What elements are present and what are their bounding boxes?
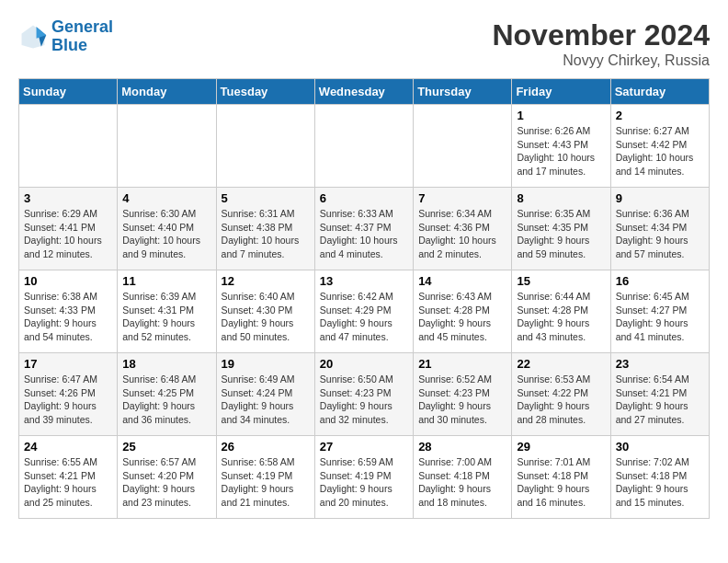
day-info: Sunrise: 6:50 AM Sunset: 4:23 PM Dayligh… <box>320 373 408 427</box>
day-info: Sunrise: 6:39 AM Sunset: 4:31 PM Dayligh… <box>122 290 210 344</box>
calendar-cell: 6Sunrise: 6:33 AM Sunset: 4:37 PM Daylig… <box>314 188 413 270</box>
day-info: Sunrise: 6:53 AM Sunset: 4:22 PM Dayligh… <box>517 373 605 427</box>
calendar-cell: 24Sunrise: 6:55 AM Sunset: 4:21 PM Dayli… <box>19 436 118 519</box>
weekday-header: Saturday <box>610 79 709 105</box>
calendar-cell: 19Sunrise: 6:49 AM Sunset: 4:24 PM Dayli… <box>216 353 314 436</box>
weekday-header: Friday <box>512 79 610 105</box>
day-number: 5 <box>222 191 310 205</box>
calendar-cell: 28Sunrise: 7:00 AM Sunset: 4:18 PM Dayli… <box>414 436 512 519</box>
calendar-cell: 1Sunrise: 6:26 AM Sunset: 4:43 PM Daylig… <box>512 105 610 188</box>
calendar-cell: 4Sunrise: 6:30 AM Sunset: 4:40 PM Daylig… <box>118 188 216 270</box>
day-info: Sunrise: 6:57 AM Sunset: 4:20 PM Dayligh… <box>122 455 210 510</box>
calendar-cell: 16Sunrise: 6:45 AM Sunset: 4:27 PM Dayli… <box>610 270 709 353</box>
day-info: Sunrise: 6:33 AM Sunset: 4:37 PM Dayligh… <box>320 207 408 261</box>
calendar-cell: 8Sunrise: 6:35 AM Sunset: 4:35 PM Daylig… <box>512 188 610 270</box>
calendar-cell: 25Sunrise: 6:57 AM Sunset: 4:20 PM Dayli… <box>118 436 216 519</box>
calendar-cell: 12Sunrise: 6:40 AM Sunset: 4:30 PM Dayli… <box>216 270 314 353</box>
day-info: Sunrise: 6:48 AM Sunset: 4:25 PM Dayligh… <box>122 373 210 427</box>
header-row: SundayMondayTuesdayWednesdayThursdayFrid… <box>19 79 710 105</box>
day-number: 24 <box>24 440 112 454</box>
day-number: 14 <box>418 274 506 288</box>
calendar-cell: 9Sunrise: 6:36 AM Sunset: 4:34 PM Daylig… <box>610 188 709 270</box>
day-info: Sunrise: 7:00 AM Sunset: 4:18 PM Dayligh… <box>418 455 506 510</box>
calendar-cell <box>414 105 512 188</box>
day-info: Sunrise: 6:38 AM Sunset: 4:33 PM Dayligh… <box>24 290 112 344</box>
day-info: Sunrise: 6:55 AM Sunset: 4:21 PM Dayligh… <box>24 455 112 510</box>
calendar-cell: 21Sunrise: 6:52 AM Sunset: 4:23 PM Dayli… <box>414 353 512 436</box>
day-info: Sunrise: 7:02 AM Sunset: 4:18 PM Dayligh… <box>616 455 704 510</box>
calendar-week-row: 3Sunrise: 6:29 AM Sunset: 4:41 PM Daylig… <box>19 188 710 270</box>
calendar-cell: 7Sunrise: 6:34 AM Sunset: 4:36 PM Daylig… <box>414 188 512 270</box>
day-number: 13 <box>320 274 408 288</box>
logo-icon <box>18 22 48 52</box>
day-number: 6 <box>320 191 408 205</box>
day-number: 27 <box>320 440 408 454</box>
day-number: 29 <box>517 440 605 454</box>
page-header: General Blue November 2024 Novyy Chirkey… <box>18 18 710 69</box>
calendar-cell: 13Sunrise: 6:42 AM Sunset: 4:29 PM Dayli… <box>314 270 413 353</box>
calendar-cell: 15Sunrise: 6:44 AM Sunset: 4:28 PM Dayli… <box>512 270 610 353</box>
day-info: Sunrise: 6:43 AM Sunset: 4:28 PM Dayligh… <box>418 290 506 344</box>
day-info: Sunrise: 6:34 AM Sunset: 4:36 PM Dayligh… <box>418 207 506 261</box>
calendar-week-row: 24Sunrise: 6:55 AM Sunset: 4:21 PM Dayli… <box>19 436 710 519</box>
day-info: Sunrise: 6:59 AM Sunset: 4:19 PM Dayligh… <box>320 455 408 510</box>
day-number: 28 <box>418 440 506 454</box>
calendar-cell: 26Sunrise: 6:58 AM Sunset: 4:19 PM Dayli… <box>216 436 314 519</box>
day-number: 26 <box>222 440 310 454</box>
calendar-cell: 22Sunrise: 6:53 AM Sunset: 4:22 PM Dayli… <box>512 353 610 436</box>
calendar-cell: 30Sunrise: 7:02 AM Sunset: 4:18 PM Dayli… <box>610 436 709 519</box>
day-info: Sunrise: 6:45 AM Sunset: 4:27 PM Dayligh… <box>616 290 704 344</box>
day-info: Sunrise: 6:26 AM Sunset: 4:43 PM Dayligh… <box>517 124 605 178</box>
logo-line2: Blue <box>51 36 87 54</box>
weekday-header: Thursday <box>414 79 512 105</box>
day-number: 22 <box>517 357 605 371</box>
calendar-cell: 3Sunrise: 6:29 AM Sunset: 4:41 PM Daylig… <box>19 188 118 270</box>
calendar-cell <box>314 105 413 188</box>
calendar-cell <box>19 105 118 188</box>
day-number: 25 <box>122 440 210 454</box>
calendar-body: 1Sunrise: 6:26 AM Sunset: 4:43 PM Daylig… <box>19 105 710 519</box>
day-number: 4 <box>122 191 210 205</box>
day-info: Sunrise: 6:44 AM Sunset: 4:28 PM Dayligh… <box>517 290 605 344</box>
calendar-cell: 10Sunrise: 6:38 AM Sunset: 4:33 PM Dayli… <box>19 270 118 353</box>
calendar-week-row: 1Sunrise: 6:26 AM Sunset: 4:43 PM Daylig… <box>19 105 710 188</box>
logo-line1: General <box>51 17 113 36</box>
day-number: 21 <box>418 357 506 371</box>
day-number: 23 <box>616 357 704 371</box>
day-number: 2 <box>616 109 704 122</box>
day-number: 18 <box>122 357 210 371</box>
day-info: Sunrise: 6:30 AM Sunset: 4:40 PM Dayligh… <box>122 207 210 261</box>
calendar-cell: 18Sunrise: 6:48 AM Sunset: 4:25 PM Dayli… <box>118 353 216 436</box>
weekday-header: Wednesday <box>314 79 413 105</box>
day-number: 17 <box>24 357 112 371</box>
day-info: Sunrise: 6:54 AM Sunset: 4:21 PM Dayligh… <box>616 373 704 427</box>
calendar-cell: 23Sunrise: 6:54 AM Sunset: 4:21 PM Dayli… <box>610 353 709 436</box>
calendar-cell: 29Sunrise: 7:01 AM Sunset: 4:18 PM Dayli… <box>512 436 610 519</box>
location: Novyy Chirkey, Russia <box>492 52 710 69</box>
day-number: 8 <box>517 191 605 205</box>
day-number: 15 <box>517 274 605 288</box>
day-info: Sunrise: 6:27 AM Sunset: 4:42 PM Dayligh… <box>616 124 704 178</box>
calendar-header: SundayMondayTuesdayWednesdayThursdayFrid… <box>19 79 710 105</box>
day-info: Sunrise: 7:01 AM Sunset: 4:18 PM Dayligh… <box>517 455 605 510</box>
calendar-cell: 20Sunrise: 6:50 AM Sunset: 4:23 PM Dayli… <box>314 353 413 436</box>
day-info: Sunrise: 6:31 AM Sunset: 4:38 PM Dayligh… <box>222 207 310 261</box>
calendar-cell <box>118 105 216 188</box>
calendar-cell: 2Sunrise: 6:27 AM Sunset: 4:42 PM Daylig… <box>610 105 709 188</box>
logo-text: General Blue <box>51 18 113 55</box>
logo: General Blue <box>18 18 113 55</box>
month-title: November 2024 <box>492 18 710 52</box>
day-info: Sunrise: 6:36 AM Sunset: 4:34 PM Dayligh… <box>616 207 704 261</box>
weekday-header: Sunday <box>19 79 118 105</box>
calendar-cell: 17Sunrise: 6:47 AM Sunset: 4:26 PM Dayli… <box>19 353 118 436</box>
day-number: 16 <box>616 274 704 288</box>
calendar-cell: 14Sunrise: 6:43 AM Sunset: 4:28 PM Dayli… <box>414 270 512 353</box>
day-number: 19 <box>222 357 310 371</box>
day-info: Sunrise: 6:58 AM Sunset: 4:19 PM Dayligh… <box>222 455 310 510</box>
day-number: 12 <box>222 274 310 288</box>
day-info: Sunrise: 6:35 AM Sunset: 4:35 PM Dayligh… <box>517 207 605 261</box>
weekday-header: Monday <box>118 79 216 105</box>
day-info: Sunrise: 6:42 AM Sunset: 4:29 PM Dayligh… <box>320 290 408 344</box>
calendar-cell: 5Sunrise: 6:31 AM Sunset: 4:38 PM Daylig… <box>216 188 314 270</box>
day-info: Sunrise: 6:29 AM Sunset: 4:41 PM Dayligh… <box>24 207 112 261</box>
